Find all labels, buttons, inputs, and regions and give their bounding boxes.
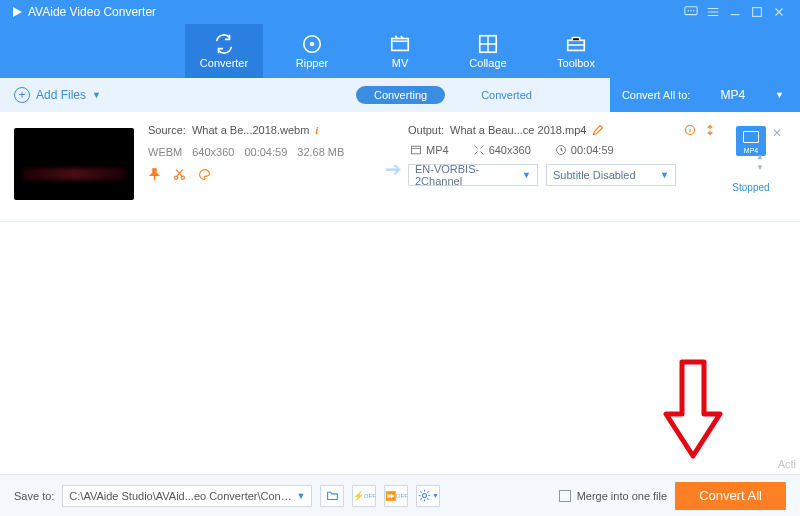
add-files-button[interactable]: + Add Files ▼ bbox=[14, 87, 101, 103]
sub-bar: + Add Files ▼ Converting Converted Conve… bbox=[0, 78, 800, 112]
subtitle-select[interactable]: Subtitle Disabled▼ bbox=[546, 164, 676, 186]
file-item: Source: What a Be...2018.webm i WEBM 640… bbox=[0, 112, 800, 222]
watermark: Acti bbox=[778, 458, 796, 470]
open-folder-button[interactable] bbox=[320, 485, 344, 507]
nav-toolbox[interactable]: Toolbox bbox=[537, 24, 615, 78]
nav-label: Collage bbox=[469, 57, 506, 69]
pin-icon[interactable] bbox=[148, 168, 161, 181]
main-nav: Converter Ripper MV Collage Toolbox bbox=[0, 24, 800, 78]
chevron-down-icon: ▼ bbox=[296, 491, 305, 501]
mv-icon bbox=[389, 33, 411, 55]
out-format: MP4 bbox=[426, 144, 449, 156]
minimize-icon[interactable] bbox=[724, 1, 746, 23]
chevron-up-icon[interactable]: ▲ bbox=[756, 152, 764, 161]
merge-checkbox[interactable]: Merge into one file bbox=[559, 490, 668, 502]
convert-all-button[interactable]: Convert All bbox=[675, 482, 786, 510]
chevron-down-icon: ▼ bbox=[775, 90, 784, 100]
nav-label: Converter bbox=[200, 57, 248, 69]
out-resolution: 640x360 bbox=[489, 144, 531, 156]
collage-icon bbox=[477, 33, 499, 55]
convert-all-to-label: Convert All to: bbox=[622, 89, 690, 101]
palette-icon[interactable] bbox=[198, 168, 211, 181]
info-icon[interactable]: i bbox=[315, 124, 318, 136]
footer: Save to: C:\AVAide Studio\AVAid...eo Con… bbox=[0, 474, 800, 516]
chevron-down-icon: ▼ bbox=[522, 170, 531, 180]
plus-icon: + bbox=[14, 87, 30, 103]
output-label: Output: bbox=[408, 124, 444, 136]
close-icon[interactable] bbox=[768, 1, 790, 23]
nav-collage[interactable]: Collage bbox=[449, 24, 527, 78]
arrow-icon: ➔ bbox=[378, 124, 408, 213]
chevron-down-icon: ▼ bbox=[660, 170, 669, 180]
svg-point-12 bbox=[181, 176, 184, 179]
chevron-down-icon[interactable]: ▼ bbox=[756, 163, 764, 172]
svg-point-11 bbox=[175, 176, 178, 179]
nav-converter[interactable]: Converter bbox=[185, 24, 263, 78]
resolution-icon bbox=[473, 144, 485, 156]
save-path-select[interactable]: C:\AVAide Studio\AVAid...eo Converter\Co… bbox=[62, 485, 312, 507]
feedback-icon[interactable] bbox=[680, 1, 702, 23]
tab-converting[interactable]: Converting bbox=[356, 86, 445, 104]
hw-accel-button[interactable]: ⚡OFF bbox=[352, 485, 376, 507]
merge-label: Merge into one file bbox=[577, 490, 668, 502]
svg-rect-14 bbox=[412, 146, 421, 154]
titlebar: AVAide Video Converter bbox=[0, 0, 800, 24]
audio-select[interactable]: EN-VORBIS-2Channel▼ bbox=[408, 164, 538, 186]
output-column: Output: What a Beau...ce 2018.mp4 MP4 64… bbox=[408, 124, 716, 213]
video-thumbnail[interactable] bbox=[14, 128, 134, 200]
svg-point-3 bbox=[690, 10, 691, 11]
source-column: Source: What a Be...2018.webm i WEBM 640… bbox=[148, 124, 378, 213]
source-label: Source: bbox=[148, 124, 186, 136]
chevron-down-icon: ▼ bbox=[92, 90, 101, 100]
edit-icon[interactable] bbox=[592, 124, 604, 136]
status-tabs: Converting Converted bbox=[356, 86, 550, 104]
svg-point-7 bbox=[310, 42, 315, 47]
toolbox-icon bbox=[565, 33, 587, 55]
ripper-icon bbox=[301, 33, 323, 55]
high-speed-button[interactable]: ⏩OFF bbox=[384, 485, 408, 507]
tab-converted[interactable]: Converted bbox=[463, 86, 550, 104]
convert-all-to: Convert All to: MP4 ▼ bbox=[610, 78, 800, 112]
converter-icon bbox=[213, 33, 235, 55]
save-to-label: Save to: bbox=[14, 490, 54, 502]
app-logo: AVAide Video Converter bbox=[10, 5, 156, 19]
remove-item-icon[interactable]: ✕ bbox=[772, 126, 782, 140]
nav-label: MV bbox=[392, 57, 409, 69]
clock-icon bbox=[555, 144, 567, 156]
nav-label: Ripper bbox=[296, 57, 328, 69]
output-filename: What a Beau...ce 2018.mp4 bbox=[450, 124, 586, 136]
item-actions: ✕ MP4 ▲▼ Stopped bbox=[716, 124, 786, 213]
info2-icon[interactable] bbox=[684, 124, 696, 136]
source-duration: 00:04:59 bbox=[244, 146, 287, 158]
menu-icon[interactable] bbox=[702, 1, 724, 23]
out-duration: 00:04:59 bbox=[571, 144, 614, 156]
settings-button[interactable]: ▼ bbox=[416, 485, 440, 507]
svg-rect-5 bbox=[753, 8, 762, 17]
checkbox-icon bbox=[559, 490, 571, 502]
annotation-arrow bbox=[658, 356, 728, 466]
save-path-value: C:\AVAide Studio\AVAid...eo Converter\Co… bbox=[69, 490, 296, 502]
item-status: Stopped bbox=[732, 182, 769, 193]
film-icon bbox=[410, 144, 422, 156]
svg-point-16 bbox=[422, 493, 426, 497]
app-title: AVAide Video Converter bbox=[28, 5, 156, 19]
logo-icon bbox=[10, 5, 24, 19]
nav-ripper[interactable]: Ripper bbox=[273, 24, 351, 78]
svg-point-2 bbox=[688, 10, 689, 11]
nav-label: Toolbox bbox=[557, 57, 595, 69]
svg-point-4 bbox=[693, 10, 694, 11]
svg-rect-8 bbox=[392, 39, 409, 51]
source-format: WEBM bbox=[148, 146, 182, 158]
nav-mv[interactable]: MV bbox=[361, 24, 439, 78]
source-size: 32.68 MB bbox=[297, 146, 344, 158]
maximize-icon[interactable] bbox=[746, 1, 768, 23]
convert-all-to-select[interactable]: MP4 ▼ bbox=[720, 88, 788, 102]
source-filename: What a Be...2018.webm bbox=[192, 124, 309, 136]
add-files-label: Add Files bbox=[36, 88, 86, 102]
cut-icon[interactable] bbox=[173, 168, 186, 181]
convert-all-to-value: MP4 bbox=[720, 88, 745, 102]
source-resolution: 640x360 bbox=[192, 146, 234, 158]
compress-icon[interactable] bbox=[704, 124, 716, 136]
svg-marker-0 bbox=[13, 7, 22, 17]
